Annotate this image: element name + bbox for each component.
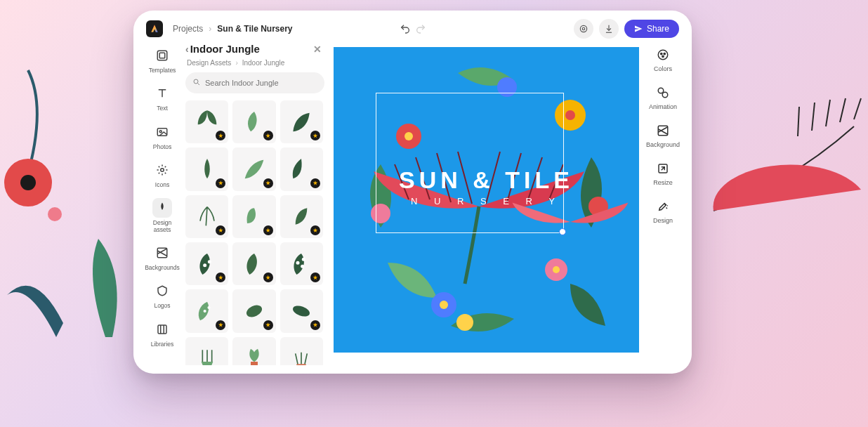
svg-point-19 <box>207 260 211 263</box>
premium-badge-icon <box>263 272 273 282</box>
asset-tile[interactable] <box>280 337 323 365</box>
asset-tile[interactable] <box>232 242 275 285</box>
svg-point-13 <box>159 130 162 132</box>
svg-rect-16 <box>158 325 166 334</box>
asset-tile[interactable] <box>185 147 228 190</box>
photos-icon <box>152 122 172 142</box>
svg-rect-10 <box>157 51 167 60</box>
asset-tile[interactable] <box>185 289 228 332</box>
asset-tile[interactable] <box>232 337 275 365</box>
panel-close-button[interactable]: ✕ <box>313 44 322 55</box>
svg-point-21 <box>301 264 304 268</box>
breadcrumb-root[interactable]: Projects <box>173 24 203 34</box>
premium-badge-icon <box>216 178 225 188</box>
asset-tile[interactable] <box>232 195 275 238</box>
prop-design[interactable]: Design <box>653 199 673 224</box>
search-icon <box>192 77 201 89</box>
redo-button[interactable] <box>415 23 426 37</box>
asset-tile[interactable] <box>280 100 323 143</box>
rail-text[interactable]: Text <box>145 84 180 112</box>
svg-point-52 <box>662 55 664 57</box>
chevron-right-icon: › <box>209 24 211 34</box>
premium-badge-icon <box>216 272 225 282</box>
asset-tile[interactable] <box>232 100 275 143</box>
svg-line-7 <box>798 107 799 136</box>
asset-tile[interactable] <box>280 195 323 238</box>
prop-animation[interactable]: Animation <box>649 85 677 110</box>
backgrounds-icon <box>152 243 172 263</box>
svg-line-6 <box>812 103 815 131</box>
rail-templates[interactable]: Templates <box>145 46 180 74</box>
premium-badge-icon <box>310 320 320 330</box>
canvas-title-text[interactable]: SUN & TILE <box>334 166 639 194</box>
chevron-right-icon: › <box>235 59 237 67</box>
svg-rect-28 <box>297 364 306 365</box>
asset-tile[interactable] <box>185 195 228 238</box>
prop-resize[interactable]: Resize <box>653 161 673 186</box>
prop-colors[interactable]: Colors <box>654 47 672 72</box>
premium-badge-icon <box>216 320 225 330</box>
canvas-subtitle-text[interactable]: N U R S E R Y <box>334 196 639 206</box>
svg-point-20 <box>296 261 300 264</box>
asset-tile[interactable] <box>280 147 323 190</box>
panel-back-button[interactable]: ‹ <box>185 44 189 55</box>
design-canvas[interactable]: SUN & TILE N U R S E R Y <box>334 47 639 353</box>
resize-icon <box>655 161 671 176</box>
templates-icon <box>152 46 172 65</box>
svg-point-1 <box>20 175 36 190</box>
left-tool-rail: Templates Text Photos Icons Design asset… <box>142 41 183 365</box>
svg-point-53 <box>658 88 664 93</box>
svg-rect-27 <box>251 362 258 365</box>
svg-line-3 <box>854 98 861 119</box>
svg-point-51 <box>664 53 665 54</box>
download-button[interactable] <box>599 19 619 39</box>
asset-tile[interactable] <box>280 289 323 332</box>
asset-tile[interactable] <box>232 147 275 190</box>
svg-point-32 <box>565 110 575 120</box>
svg-point-9 <box>582 27 585 30</box>
panel-breadcrumb: Design Assets › Indoor Jungle <box>185 59 324 72</box>
app-logo[interactable] <box>146 20 163 37</box>
asset-tile[interactable] <box>185 242 228 285</box>
background-art-left <box>0 56 140 337</box>
svg-point-30 <box>405 132 413 140</box>
premium-badge-icon <box>263 178 273 188</box>
svg-point-2 <box>48 207 62 221</box>
design-icon <box>655 199 671 214</box>
svg-point-50 <box>661 53 662 54</box>
text-icon <box>152 84 172 103</box>
svg-point-39 <box>497 77 517 97</box>
rail-icons[interactable]: Icons <box>145 160 180 188</box>
breadcrumb-current[interactable]: Sun & Tile Nursery <box>217 24 292 34</box>
svg-point-23 <box>203 310 206 313</box>
right-property-rail: Colors Animation Background Resize Desig… <box>643 41 683 365</box>
prop-background[interactable]: Background <box>646 123 680 148</box>
canvas-area: SUN & TILE N U R S E R Y <box>327 41 643 365</box>
rail-backgrounds[interactable]: Backgrounds <box>145 243 180 271</box>
asset-search[interactable] <box>185 72 324 93</box>
rail-photos[interactable]: Photos <box>145 122 180 150</box>
panel-crumb-leaf: Indoor Jungle <box>242 59 285 67</box>
asset-grid <box>185 100 324 365</box>
premium-badge-icon <box>310 225 320 235</box>
settings-button[interactable] <box>574 19 593 39</box>
share-button[interactable]: Share <box>624 20 679 38</box>
premium-badge-icon <box>263 225 273 235</box>
background-art-right <box>685 42 868 323</box>
undo-button[interactable] <box>400 23 411 37</box>
asset-tile[interactable] <box>185 337 228 365</box>
rail-libraries[interactable]: Libraries <box>145 320 180 348</box>
design-assets-icon <box>152 198 172 218</box>
svg-point-40 <box>456 314 473 331</box>
rail-logos[interactable]: Logos <box>145 281 180 309</box>
premium-badge-icon <box>310 178 320 188</box>
search-input[interactable] <box>205 79 317 87</box>
panel-crumb-root[interactable]: Design Assets <box>187 59 231 67</box>
asset-tile[interactable] <box>232 289 275 332</box>
svg-rect-12 <box>157 128 167 136</box>
asset-tile[interactable] <box>185 100 228 143</box>
history-controls <box>400 23 426 37</box>
asset-tile[interactable] <box>280 242 323 285</box>
asset-panel: ‹ Indoor Jungle ✕ Design Assets › Indoor… <box>183 41 327 365</box>
rail-design-assets[interactable]: Design assets <box>145 198 180 233</box>
